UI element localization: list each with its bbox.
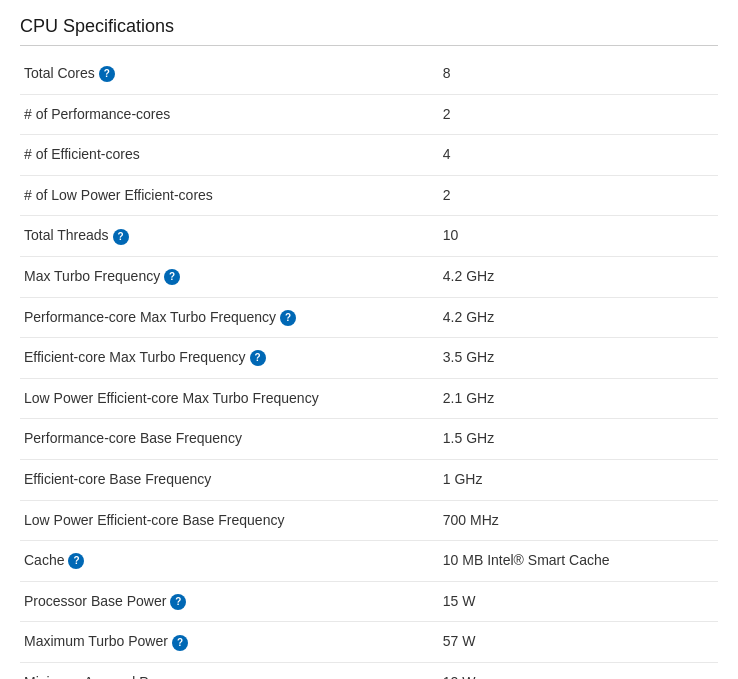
spec-label: Total Threads? — [20, 216, 439, 257]
help-icon[interactable]: ? — [68, 553, 84, 569]
help-icon[interactable]: ? — [172, 635, 188, 651]
help-icon[interactable]: ? — [99, 66, 115, 82]
table-row: Maximum Turbo Power?57 W — [20, 622, 718, 663]
spec-label: # of Efficient-cores — [20, 135, 439, 176]
spec-label: Efficient-core Base Frequency — [20, 459, 439, 500]
spec-value: 2.1 GHz — [439, 378, 718, 419]
table-row: Low Power Efficient-core Max Turbo Frequ… — [20, 378, 718, 419]
table-row: Processor Base Power?15 W — [20, 581, 718, 622]
spec-value: 12 W — [439, 662, 718, 679]
spec-table: Total Cores?8# of Performance-cores2# of… — [20, 54, 718, 679]
spec-value: 10 MB Intel® Smart Cache — [439, 541, 718, 582]
spec-value: 1 GHz — [439, 459, 718, 500]
spec-value: 1.5 GHz — [439, 419, 718, 460]
spec-value: 4.2 GHz — [439, 297, 718, 338]
spec-label: Minimum Assured Power — [20, 662, 439, 679]
spec-label: Max Turbo Frequency? — [20, 256, 439, 297]
spec-label: Efficient-core Max Turbo Frequency? — [20, 338, 439, 379]
help-icon[interactable]: ? — [250, 350, 266, 366]
spec-label: Total Cores? — [20, 54, 439, 94]
help-icon[interactable]: ? — [113, 229, 129, 245]
table-row: Efficient-core Max Turbo Frequency?3.5 G… — [20, 338, 718, 379]
table-row: Cache?10 MB Intel® Smart Cache — [20, 541, 718, 582]
help-icon[interactable]: ? — [170, 594, 186, 610]
table-row: # of Efficient-cores4 — [20, 135, 718, 176]
spec-value: 15 W — [439, 581, 718, 622]
spec-label: Performance-core Max Turbo Frequency? — [20, 297, 439, 338]
table-row: Total Cores?8 — [20, 54, 718, 94]
spec-value: 2 — [439, 94, 718, 135]
spec-value: 700 MHz — [439, 500, 718, 541]
table-row: Total Threads?10 — [20, 216, 718, 257]
spec-value: 10 — [439, 216, 718, 257]
spec-label: # of Low Power Efficient-cores — [20, 175, 439, 216]
spec-label: Performance-core Base Frequency — [20, 419, 439, 460]
table-row: Minimum Assured Power12 W — [20, 662, 718, 679]
help-icon[interactable]: ? — [280, 310, 296, 326]
table-row: Max Turbo Frequency?4.2 GHz — [20, 256, 718, 297]
spec-value: 3.5 GHz — [439, 338, 718, 379]
help-icon[interactable]: ? — [164, 269, 180, 285]
table-row: # of Performance-cores2 — [20, 94, 718, 135]
spec-label: # of Performance-cores — [20, 94, 439, 135]
spec-label: Cache? — [20, 541, 439, 582]
spec-value: 57 W — [439, 622, 718, 663]
spec-value: 4.2 GHz — [439, 256, 718, 297]
spec-value: 8 — [439, 54, 718, 94]
table-row: Low Power Efficient-core Base Frequency7… — [20, 500, 718, 541]
spec-value: 2 — [439, 175, 718, 216]
spec-value: 4 — [439, 135, 718, 176]
spec-label: Maximum Turbo Power? — [20, 622, 439, 663]
spec-label: Processor Base Power? — [20, 581, 439, 622]
spec-label: Low Power Efficient-core Base Frequency — [20, 500, 439, 541]
table-row: Performance-core Base Frequency1.5 GHz — [20, 419, 718, 460]
table-row: Performance-core Max Turbo Frequency?4.2… — [20, 297, 718, 338]
table-row: Efficient-core Base Frequency1 GHz — [20, 459, 718, 500]
spec-label: Low Power Efficient-core Max Turbo Frequ… — [20, 378, 439, 419]
section-title: CPU Specifications — [20, 16, 718, 46]
table-row: # of Low Power Efficient-cores2 — [20, 175, 718, 216]
